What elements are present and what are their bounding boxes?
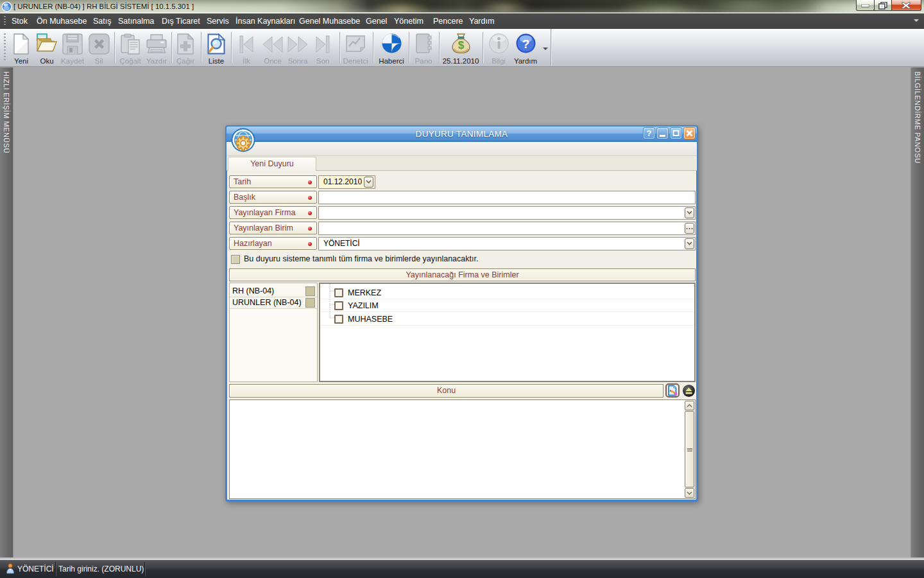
svg-text:?: ? bbox=[522, 37, 529, 51]
svg-text:$: $ bbox=[458, 39, 464, 51]
svg-text:?: ? bbox=[647, 128, 652, 138]
